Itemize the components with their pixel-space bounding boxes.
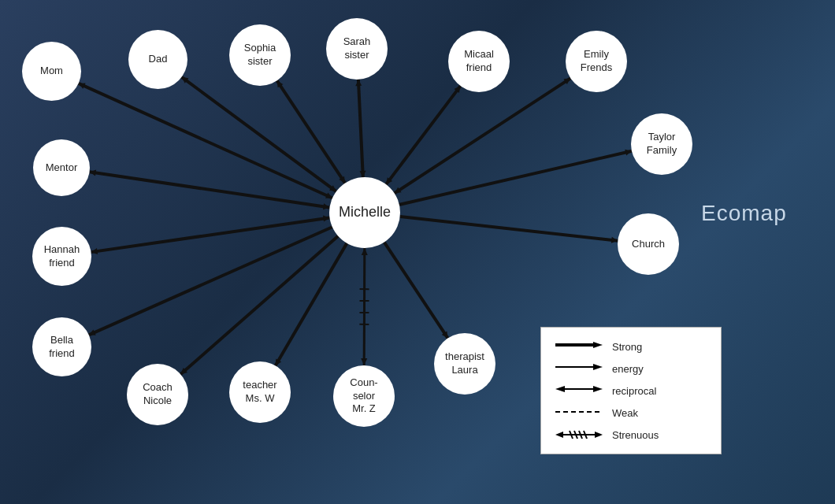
node-coach-nicole: CoachNicole	[127, 364, 188, 425]
node-mentor: Mentor	[33, 139, 90, 196]
svg-line-26	[364, 248, 365, 365]
svg-line-20	[89, 227, 332, 335]
node-dad: Dad	[128, 30, 187, 89]
svg-line-18	[91, 217, 330, 252]
svg-line-4	[277, 80, 345, 183]
node-sophia: Sophiasister	[229, 24, 291, 86]
node-therapist-laura: therapistLaura	[434, 333, 495, 395]
svg-marker-32	[362, 248, 368, 255]
node-counselor: Coun-selorMr. Z	[333, 365, 395, 427]
svg-line-8	[386, 86, 460, 184]
node-hannah: Hannahfriend	[32, 227, 91, 286]
legend: Strong energy reciprocal Weak	[540, 327, 722, 454]
svg-marker-49	[593, 386, 603, 392]
legend-energy: energy	[555, 361, 707, 376]
legend-strong-line	[555, 339, 603, 354]
node-bella: Bellafriend	[32, 317, 91, 376]
node-michelle: Michelle	[329, 177, 400, 248]
svg-line-22	[180, 236, 338, 375]
svg-marker-46	[593, 364, 603, 370]
legend-strong: Strong	[555, 339, 707, 354]
svg-marker-44	[593, 342, 603, 348]
svg-line-10	[395, 78, 571, 193]
node-taylor-family: TaylorFamily	[631, 113, 692, 175]
svg-line-33	[384, 243, 448, 339]
node-micaal: Micaalfriend	[448, 31, 510, 92]
node-sarah: Sarahsister	[326, 18, 388, 80]
legend-weak-line	[555, 405, 603, 421]
svg-marker-38	[359, 171, 366, 177]
svg-line-14	[400, 217, 618, 241]
legend-energy-line	[555, 361, 603, 376]
svg-line-16	[90, 172, 330, 207]
legend-strenuous-line	[555, 427, 603, 443]
node-mom: Mom	[22, 42, 81, 101]
svg-line-6	[358, 80, 363, 177]
svg-line-0	[79, 83, 332, 198]
node-teacher: teacherMs. W	[229, 361, 291, 423]
svg-marker-7	[355, 80, 362, 86]
svg-marker-31	[361, 358, 367, 365]
svg-marker-57	[595, 432, 603, 438]
node-church: Church	[618, 213, 679, 275]
legend-strenuous: Strenuous	[555, 427, 707, 443]
node-emily: EmilyFrends	[566, 31, 627, 92]
legend-reciprocal-line	[555, 383, 603, 398]
legend-reciprocal: reciprocal	[555, 383, 707, 398]
legend-weak: Weak	[555, 405, 707, 421]
svg-line-12	[399, 151, 632, 205]
